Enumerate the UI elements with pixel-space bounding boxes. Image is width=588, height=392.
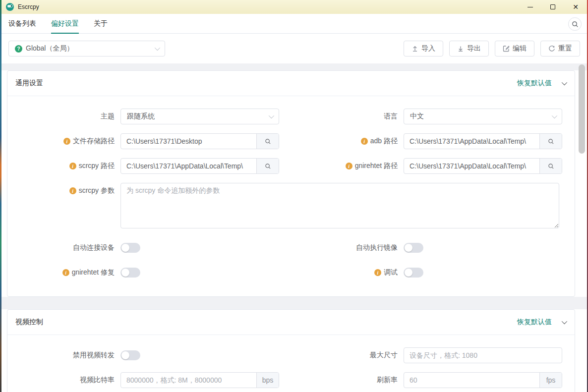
theme-label-text: 主题	[101, 112, 115, 121]
theme-select-value: 跟随系统	[127, 112, 155, 121]
general-settings-section: 通用设置 恢复默认值 主题 跟随系统 语言	[7, 70, 575, 297]
bitrate-unit: bps	[256, 373, 279, 388]
form-row: iscrcpy 参数	[7, 183, 575, 230]
maximize-button[interactable]	[541, 0, 564, 14]
edit-button[interactable]: 编辑	[495, 41, 534, 56]
fps-input-group: fps	[404, 372, 562, 388]
collapse-toggle[interactable]	[561, 319, 567, 325]
gnirehtet-path-label-text: gnirehtet 路径	[355, 162, 398, 170]
collapse-toggle[interactable]	[561, 80, 567, 86]
scrcpy-path-label: iscrcpy 路径	[7, 162, 120, 170]
section-gap	[1, 63, 587, 70]
chevron-down-icon	[269, 113, 274, 118]
theme-label: 主题	[7, 112, 120, 121]
tab-device-list[interactable]: 设备列表	[8, 14, 36, 33]
search-icon	[548, 163, 554, 169]
form-row: 自动连接设备 自动执行镜像	[7, 243, 575, 253]
gnirehtet-path-input-group	[404, 158, 562, 174]
export-button-label: 导出	[467, 44, 481, 53]
theme-field: 主题 跟随系统	[7, 109, 291, 124]
upload-icon	[412, 45, 418, 52]
auto-connect-toggle[interactable]	[120, 243, 140, 253]
bitrate-label: 视频比特率	[7, 376, 120, 385]
debug-label: i调试	[291, 268, 404, 277]
theme-select[interactable]: 跟随系统	[120, 109, 279, 124]
section-title: 通用设置	[15, 79, 43, 88]
app-title: Escrcpy	[18, 3, 39, 10]
fps-field: 刷新率 fps	[291, 372, 574, 388]
max-size-input[interactable]	[404, 348, 562, 363]
scrcpy-args-textarea[interactable]	[120, 183, 559, 228]
gnirehtet-path-label: ignirehtet 路径	[291, 162, 404, 170]
tab-preferences[interactable]: 偏好设置	[51, 14, 79, 33]
info-icon[interactable]: i	[69, 187, 76, 194]
close-icon: ✕	[573, 3, 579, 10]
reset-button[interactable]: 重置	[540, 41, 580, 56]
import-button[interactable]: 导入	[404, 41, 443, 56]
tab-about[interactable]: 关于	[94, 14, 108, 33]
gnirehtet-fix-label: ignirehtet 修复	[7, 268, 120, 277]
file-path-label: i文件存储路径	[7, 137, 120, 146]
gnirehtet-path-input[interactable]	[404, 159, 539, 173]
max-size-label: 最大尺寸	[291, 351, 404, 360]
auto-mirror-label: 自动执行镜像	[291, 243, 404, 252]
gnirehtet-path-browse-button[interactable]	[539, 159, 562, 173]
scrcpy-args-wrap	[120, 183, 559, 230]
disable-video-toggle[interactable]	[120, 350, 140, 360]
gnirehtet-fix-toggle[interactable]	[120, 268, 140, 278]
scrcpy-args-label-text: scrcpy 参数	[79, 186, 115, 195]
info-icon[interactable]: i	[346, 163, 353, 169]
chevron-down-icon	[155, 45, 160, 51]
close-button[interactable]: ✕	[564, 0, 587, 14]
search-button[interactable]	[568, 17, 582, 31]
fps-label-text: 刷新率	[377, 376, 398, 385]
scrcpy-path-field: iscrcpy 路径	[7, 158, 291, 174]
edit-icon	[503, 45, 510, 52]
gnirehtet-fix-field: ignirehtet 修复	[7, 268, 291, 278]
debug-toggle[interactable]	[404, 268, 423, 278]
info-icon[interactable]: i	[62, 269, 69, 276]
maximize-icon	[550, 4, 555, 9]
scrcpy-args-label: iscrcpy 参数	[7, 183, 120, 195]
info-icon[interactable]: i	[374, 269, 381, 276]
auto-mirror-toggle[interactable]	[404, 243, 423, 253]
info-icon[interactable]: i	[69, 163, 76, 169]
scope-select[interactable]: ? Global（全局）	[8, 41, 165, 56]
file-path-label-text: 文件存储路径	[73, 137, 115, 146]
general-settings-header: 通用设置 恢复默认值	[7, 71, 575, 96]
language-select[interactable]: 中文	[404, 109, 562, 124]
search-icon	[265, 138, 271, 145]
form-row: 主题 跟随系统 语言 中文	[7, 109, 575, 124]
info-icon[interactable]: i	[63, 138, 70, 145]
scrollbar-thumb[interactable]	[579, 64, 585, 154]
info-icon[interactable]: i	[361, 138, 368, 145]
export-button[interactable]: 导出	[449, 41, 489, 56]
adb-path-input-group	[404, 133, 562, 149]
minimize-button[interactable]	[519, 0, 541, 14]
question-icon: ?	[15, 45, 22, 53]
form-row: ignirehtet 修复 i调试	[7, 268, 575, 278]
auto-mirror-field: 自动执行镜像	[291, 243, 574, 253]
auto-connect-label: 自动连接设备	[7, 243, 120, 252]
scrcpy-path-browse-button[interactable]	[256, 159, 279, 173]
file-path-input[interactable]	[121, 134, 256, 149]
language-select-value: 中文	[410, 112, 424, 121]
form-row: iscrcpy 路径 ignirehtet 路径	[7, 158, 575, 174]
adb-path-browse-button[interactable]	[539, 134, 562, 149]
bitrate-field: 视频比特率 bps	[7, 372, 291, 388]
disable-video-field: 禁用视频转发	[7, 347, 291, 363]
section-title: 视频控制	[15, 318, 43, 327]
fps-input[interactable]	[404, 373, 539, 388]
chevron-down-icon	[562, 80, 567, 85]
adb-path-input[interactable]	[404, 134, 539, 149]
reset-button-label: 重置	[558, 44, 572, 53]
preferences-content: 通用设置 恢复默认值 主题 跟随系统 语言	[1, 63, 587, 392]
restore-defaults-link[interactable]: 恢复默认值	[517, 79, 552, 88]
section-gap	[1, 297, 587, 309]
file-path-browse-button[interactable]	[256, 134, 279, 149]
bitrate-input[interactable]	[121, 373, 256, 388]
scrcpy-path-input[interactable]	[121, 159, 256, 173]
restore-defaults-link[interactable]: 恢复默认值	[517, 318, 552, 327]
max-size-field: 最大尺寸	[291, 347, 574, 363]
fps-unit: fps	[539, 373, 562, 388]
